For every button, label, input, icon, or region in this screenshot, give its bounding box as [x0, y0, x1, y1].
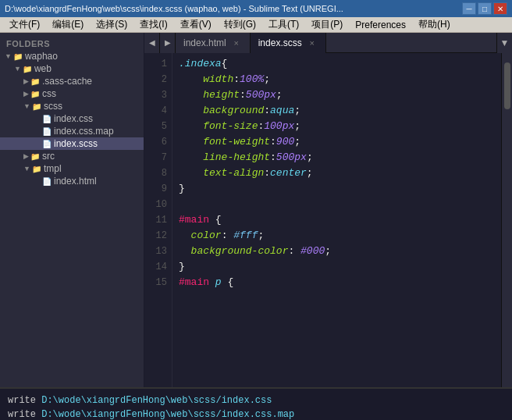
code-line: } — [179, 181, 495, 197]
tree-item-index-css-map[interactable]: 📄index.css.map — [0, 125, 144, 137]
line-number: 14 — [144, 259, 167, 275]
tree-item-tmpl[interactable]: ▼📁tmpl — [0, 162, 144, 175]
tree-item--sass-cache[interactable]: ▶📁.sass-cache — [0, 75, 144, 87]
line-number: 7 — [144, 150, 167, 166]
line-number: 6 — [144, 134, 167, 150]
menu-item-v[interactable]: 查看(V) — [174, 16, 218, 33]
menu-item-i[interactable]: 查找(I) — [133, 16, 173, 33]
line-number: 1 — [144, 56, 167, 72]
folder-icon: 📁 — [13, 52, 23, 61]
close-button[interactable]: ✕ — [493, 2, 507, 15]
tree-item-label: tmpl — [44, 163, 62, 174]
tree-item-label: waphao — [25, 51, 58, 62]
code-line: height:500px; — [179, 87, 495, 103]
line-number: 3 — [144, 87, 167, 103]
menu-item-e[interactable]: 编辑(E) — [46, 16, 90, 33]
tab-index-scss[interactable]: index.scss× — [251, 33, 326, 53]
tree-item-index-html[interactable]: 📄index.html — [0, 175, 144, 187]
tree-item-waphao[interactable]: ▼📁waphao — [0, 50, 144, 62]
tab-close-button[interactable]: × — [231, 37, 242, 48]
tree-item-src[interactable]: ▶📁src — [0, 150, 144, 162]
code-content[interactable]: .indexa{ width:100%; height:500px; backg… — [172, 53, 501, 387]
code-line: line-height:500px; — [179, 150, 495, 166]
tab-close-button[interactable]: × — [307, 37, 318, 48]
code-line: } — [179, 259, 495, 275]
tree-item-label: web — [34, 63, 52, 74]
tree-item-label: scss — [44, 101, 62, 112]
tree-item-label: src — [42, 151, 55, 162]
tree-item-label: .sass-cache — [42, 76, 92, 87]
tree-item-css[interactable]: ▶📁css — [0, 87, 144, 100]
tab-index-html[interactable]: index.html× — [176, 33, 251, 53]
file-icon: 📄 — [42, 115, 52, 123]
sidebar: FOLDERS ▼📁waphao▼📁web▶📁.sass-cache▶📁css▼… — [0, 33, 144, 387]
tree-item-label: index.css — [54, 113, 93, 124]
tree-item-web[interactable]: ▼📁web — [0, 62, 144, 75]
menu-item-s[interactable]: 选择(S) — [90, 16, 133, 33]
menu-bar: 文件(F)编辑(E)选择(S)查找(I)查看(V)转到(G)工具(T)项目(P)… — [0, 17, 512, 33]
line-number: 9 — [144, 181, 167, 197]
sidebar-header: FOLDERS — [0, 36, 144, 50]
code-line: color: #fff; — [179, 228, 495, 244]
title-text: D:\wode\xiangrdFenHong\web\scss\index.sc… — [5, 4, 462, 13]
arrow-icon: ▼ — [23, 165, 30, 173]
window-controls: ─ □ ✕ — [462, 2, 507, 15]
menu-item-t[interactable]: 工具(T) — [262, 16, 305, 33]
folder-icon: 📁 — [30, 152, 40, 161]
tab-next-button[interactable]: ▶ — [160, 33, 176, 53]
menu-item-h[interactable]: 帮助(H) — [412, 16, 457, 33]
tab-label: index.html — [183, 37, 226, 48]
scrollbar-thumb[interactable] — [504, 62, 510, 109]
tab-label: index.scss — [258, 37, 302, 48]
minimize-button[interactable]: ─ — [462, 2, 476, 15]
code-area: 123456789101112131415 .indexa{ width:100… — [144, 53, 501, 387]
line-number: 5 — [144, 119, 167, 134]
code-line: .indexa{ — [179, 56, 495, 72]
menu-item-preferences[interactable]: Preferences — [349, 18, 412, 32]
line-numbers: 123456789101112131415 — [144, 53, 172, 387]
tree-item-index-css[interactable]: 📄index.css — [0, 112, 144, 125]
line-number: 4 — [144, 103, 167, 119]
arrow-icon: ▶ — [23, 152, 29, 160]
menu-item-g[interactable]: 转到(G) — [218, 16, 262, 33]
editor-scrollbar[interactable] — [501, 53, 512, 387]
folder-icon: 📁 — [30, 90, 40, 98]
tree-item-label: index.css.map — [54, 126, 114, 137]
file-icon: 📄 — [42, 127, 52, 136]
tab-prev-button[interactable]: ◀ — [144, 33, 160, 53]
tab-bar: ◀ ▶ index.html×index.scss×▼ — [144, 33, 512, 53]
code-line: font-size:100px; — [179, 119, 495, 134]
line-number: 11 — [144, 212, 167, 228]
folder-icon: 📁 — [32, 165, 41, 173]
arrow-icon: ▶ — [23, 77, 29, 85]
line-number: 13 — [144, 244, 167, 259]
console-line: write D:\wode\xiangrdFenHong\web\scss/in… — [8, 408, 504, 420]
tree-item-label: index.scss — [54, 138, 98, 149]
arrow-icon: ▼ — [23, 102, 30, 110]
arrow-icon: ▼ — [14, 65, 21, 73]
code-line — [179, 197, 495, 212]
tab-overflow-button[interactable]: ▼ — [496, 33, 512, 53]
code-line: background-color: #000; — [179, 244, 495, 259]
menu-item-p[interactable]: 项目(P) — [305, 16, 349, 33]
tree-item-label: index.html — [54, 176, 97, 187]
code-line: #main p { — [179, 275, 495, 290]
tree-item-scss[interactable]: ▼📁scss — [0, 100, 144, 112]
line-number: 10 — [144, 197, 167, 212]
code-line: background:aqua; — [179, 103, 495, 119]
folder-icon: 📁 — [23, 65, 32, 73]
code-line: width:100%; — [179, 72, 495, 87]
tree-item-index-scss[interactable]: 📄index.scss — [0, 137, 144, 150]
main-layout: FOLDERS ▼📁waphao▼📁web▶📁.sass-cache▶📁css▼… — [0, 33, 512, 387]
code-line: font-weight:900; — [179, 134, 495, 150]
code-line: text-align:center; — [179, 166, 495, 181]
tree-item-label: css — [42, 88, 56, 99]
console-line: write D:\wode\xiangrdFenHong\web\scss/in… — [8, 393, 504, 408]
arrow-icon: ▼ — [5, 52, 12, 60]
menu-item-f[interactable]: 文件(F) — [3, 16, 46, 33]
line-number: 15 — [144, 275, 167, 290]
line-number: 8 — [144, 166, 167, 181]
title-bar: D:\wode\xiangrdFenHong\web\scss\index.sc… — [0, 0, 512, 17]
line-number: 12 — [144, 228, 167, 244]
maximize-button[interactable]: □ — [478, 2, 492, 15]
